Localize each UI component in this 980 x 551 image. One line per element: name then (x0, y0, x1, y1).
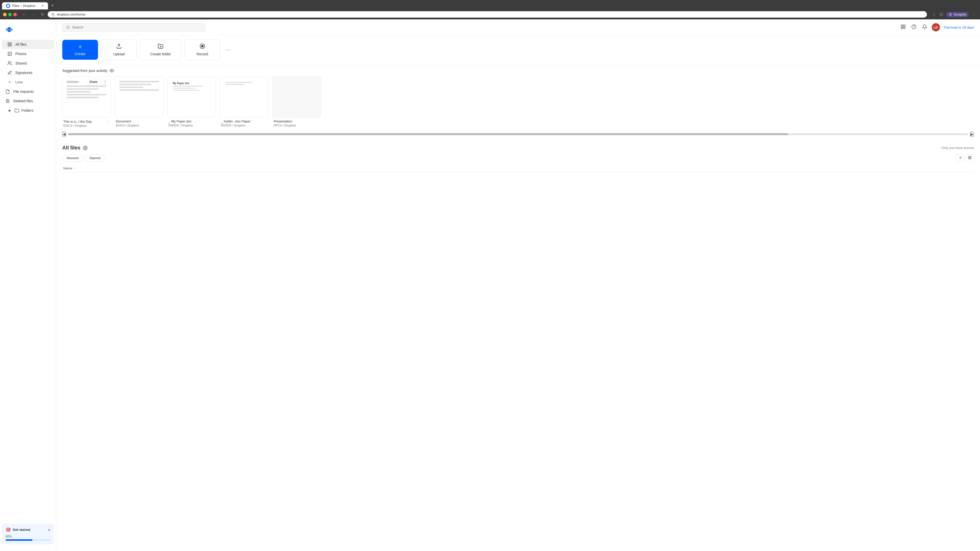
upload-button[interactable]: Upload (101, 40, 137, 60)
sidebar-item-all-files[interactable]: All files (2, 40, 54, 49)
incognito-badge: Incognito (946, 12, 969, 17)
progress-bar (6, 539, 50, 541)
file-card-info-2: _ My Paper doc PAPER • Dropbox (167, 118, 216, 128)
active-tab[interactable]: Files – Dropbox ✕ (2, 2, 48, 10)
create-folder-button[interactable]: Create folder (140, 40, 181, 60)
svg-point-22 (201, 45, 203, 47)
get-started-card[interactable]: 🎯 Get started ∧ 60% (2, 524, 54, 545)
extensions-button[interactable]: ⊡ (939, 11, 944, 18)
apps-button[interactable] (900, 23, 907, 32)
file-card-0[interactable]: Share ⋮ This is a...t the Day ☆ DOCX • D… (62, 76, 111, 129)
suggested-header: Suggested from your activity (62, 68, 974, 73)
all-files-settings-icon[interactable] (83, 146, 88, 150)
incognito-icon (948, 13, 952, 16)
sidebar-label-all-files: All files (15, 42, 27, 46)
sidebar-logo[interactable] (0, 24, 56, 40)
all-files-icon (7, 42, 12, 47)
doc-preview-1 (115, 77, 163, 117)
file-card-thumb-2: My Paper doc (167, 76, 216, 118)
apps-icon (900, 24, 906, 29)
tab-close-btn[interactable]: ✕ (41, 4, 44, 8)
files-table-header: Name ↑ (62, 164, 974, 172)
search-input[interactable] (72, 25, 201, 29)
sidebar-navigation: All files Photos Shared Signatures (0, 40, 56, 519)
back-button[interactable]: ← (21, 11, 28, 18)
sidebar-label-folders: Folders (21, 108, 33, 113)
tabs-row: Recents Starred (62, 154, 974, 162)
list-view-button[interactable] (956, 154, 964, 162)
maximize-button[interactable] (8, 13, 12, 16)
sidebar-label-file-requests: File requests (13, 89, 34, 94)
main-content: LD Trial ends in 29 days + Create Upload… (56, 19, 980, 551)
card-share-button[interactable]: Share (86, 79, 100, 85)
tab-favicon (6, 4, 10, 8)
upload-icon (116, 43, 122, 51)
name-column-header[interactable]: Name ↑ (63, 166, 973, 170)
create-button[interactable]: + Create (62, 40, 98, 60)
card-more-button[interactable]: ⋮ (102, 79, 108, 85)
eye-icon (110, 68, 114, 73)
svg-rect-14 (901, 27, 903, 29)
more-browser-button[interactable]: ⋮ (971, 11, 977, 18)
sidebar-item-file-requests[interactable]: File requests (2, 87, 54, 96)
file-card-name-2: _ My Paper doc (169, 119, 215, 123)
svg-rect-12 (901, 25, 903, 26)
svg-point-24 (85, 147, 86, 148)
file-card-meta-4: PPTX • Dropbox (274, 124, 320, 127)
scroll-right-button[interactable]: ▶ (970, 132, 974, 137)
file-card-3[interactable]: _ Gettin...box Paper PAPER • Dropbox (220, 76, 269, 129)
sort-icon: ↑ (73, 167, 75, 170)
bookmark-button[interactable]: ☆ (931, 11, 937, 18)
tab-starred[interactable]: Starred (85, 154, 105, 162)
file-requests-icon (5, 89, 10, 94)
grid-view-button[interactable] (966, 154, 974, 162)
record-button[interactable]: Record (185, 40, 220, 60)
star-icon-0[interactable]: ☆ (107, 119, 110, 124)
all-files-section: All files Only you have access Recents S… (56, 141, 980, 172)
help-button[interactable] (910, 23, 918, 32)
file-card-info-1: Document DOCX • Dropbox (115, 118, 163, 128)
address-bar[interactable]: dropbox.com/home (48, 11, 927, 17)
less-icon (7, 79, 12, 85)
close-button[interactable] (13, 13, 17, 16)
scroll-left-button[interactable]: ◀ (62, 132, 66, 137)
sidebar-label-deleted-files: Deleted files (13, 99, 33, 103)
file-card-meta-0: DOCX • Dropbox (63, 124, 110, 127)
signatures-icon (7, 70, 12, 75)
grid-view-icon (968, 156, 972, 159)
notifications-button[interactable] (921, 23, 928, 32)
svg-point-23 (111, 70, 112, 71)
search-bar[interactable] (62, 23, 205, 32)
svg-rect-13 (904, 25, 905, 26)
file-card-2[interactable]: My Paper doc _ My Paper doc PAPER • Drop… (167, 76, 216, 129)
tab-recents[interactable]: Recents (62, 154, 83, 162)
paper-preview-3 (220, 77, 268, 117)
scroll-bar-track[interactable] (68, 133, 968, 135)
sidebar-item-less[interactable]: Less (2, 78, 54, 87)
refresh-button[interactable]: ↻ (39, 11, 46, 18)
sidebar-item-shared[interactable]: Shared (2, 59, 54, 68)
sidebar-label-less: Less (15, 80, 23, 84)
sidebar-item-deleted-files[interactable]: Deleted files (2, 97, 54, 106)
file-card-name-3: _ Gettin...box Paper (221, 119, 267, 123)
folders-chevron-icon: ▶ (7, 108, 12, 113)
file-card-meta-1: DOCX • Dropbox (116, 124, 162, 127)
file-card-meta-2: PAPER • Dropbox (169, 124, 215, 127)
sidebar-item-signatures[interactable]: Signatures (2, 68, 54, 77)
minimize-button[interactable] (3, 13, 6, 16)
get-started-collapse-btn[interactable]: ∧ (48, 528, 50, 532)
sidebar-label-photos: Photos (15, 52, 27, 56)
sidebar-item-photos[interactable]: Photos (2, 49, 54, 59)
card-hover-actions: Share ⋮ (86, 79, 108, 85)
svg-point-0 (7, 5, 10, 7)
user-avatar[interactable]: LD (932, 23, 940, 32)
file-card-1[interactable]: Document DOCX • Dropbox (115, 76, 163, 129)
more-actions-button[interactable]: ⋯ (223, 44, 232, 55)
sidebar-item-folders[interactable]: ▶ Folders (2, 106, 54, 115)
new-tab-button[interactable]: + (49, 2, 56, 10)
scroll-bar-container: ◀ ▶ (62, 132, 974, 137)
forward-button[interactable]: → (30, 11, 37, 18)
file-card-4[interactable]: Presentation PPTX • Dropbox (272, 76, 321, 129)
file-card-thumb-0: Share ⋮ (62, 76, 111, 118)
list-view-icon (958, 156, 962, 159)
